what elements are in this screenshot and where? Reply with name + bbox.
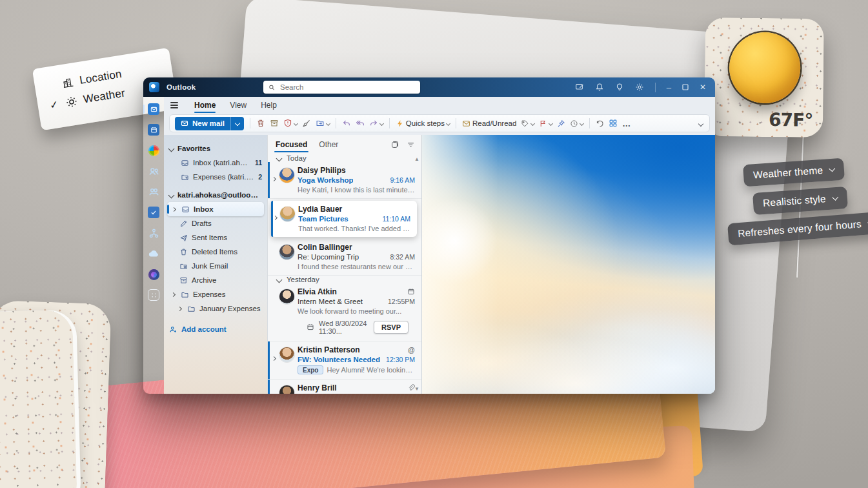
folder-inbox-selected[interactable]: Inbox [167,202,264,216]
rail-calendar-icon[interactable] [147,123,160,136]
favorite-label: Expenses (katri.ahoka... [193,173,254,181]
rail-people-icon[interactable] [147,165,160,178]
flag-icon[interactable] [539,119,552,128]
pin-icon[interactable] [557,119,565,128]
sweep-icon[interactable] [302,119,311,128]
subject: FW: Volunteers Needed [298,355,380,364]
scrollbar-up-arrow[interactable]: ▲ [414,156,419,162]
favorite-inbox[interactable]: Inbox (katri.ahokas@...11 [164,156,267,170]
more-options-button[interactable]: … [622,119,631,128]
send-icon [179,234,188,242]
folder-archive[interactable]: Archive [164,273,267,287]
sender-name: Daisy Philips [298,166,346,175]
search-icon [268,84,275,91]
folder-junk-email[interactable]: Junk Email [164,259,267,273]
check-icon: ✓ [47,97,61,112]
rail-more-apps-icon[interactable] [147,289,160,301]
sender-name: Kristin Patterson [298,345,360,354]
favorites-label: Favorites [177,145,210,152]
email-row[interactable]: Colin Ballinger Re: Upcoming Trip8:32 AM… [268,239,421,276]
tab-home[interactable]: Home [188,99,221,112]
tips-lightbulb-icon[interactable] [615,83,624,92]
folder-sent-items[interactable]: Sent Items [164,230,267,245]
categorize-tag-icon[interactable] [521,119,534,128]
rail-mail-icon[interactable] [147,103,160,116]
preview: We look forward to meeting our... [298,307,401,315]
rail-onedrive-icon[interactable] [147,247,160,260]
folder-label: Drafts [192,219,212,227]
undo-icon[interactable] [596,119,604,128]
expand-thread-icon[interactable] [274,212,277,221]
new-mail-button[interactable]: New mail [175,117,244,130]
minimize-button[interactable]: – [667,83,671,92]
folder-expenses[interactable]: Expenses [164,287,267,301]
chevron-down-icon [168,145,175,152]
report-icon[interactable] [283,119,298,128]
folder-deleted-items[interactable]: Deleted Items [164,245,267,259]
folder-label: Inbox [194,205,214,213]
folder-label: Sent Items [192,234,227,241]
collapse-ribbon-icon[interactable] [699,119,704,128]
expand-thread-icon[interactable] [272,174,276,183]
app-title: Outlook [167,83,196,91]
email-row[interactable]: Henry Brill Back Cover Idea12:55PM Hey K… [268,380,421,394]
maximize-button[interactable] [682,84,689,90]
add-account-button[interactable]: Add account [164,322,267,336]
ribbon-toolbar: New mail Quick steps Rea [169,114,710,132]
tab-help[interactable]: Help [255,99,283,112]
account-header[interactable]: katri.ahokas@outlook.... [164,188,267,202]
subject: Intern Meet & Greet [298,297,363,306]
reply-icon[interactable] [342,119,351,128]
divider [655,83,656,92]
avatar [279,289,294,304]
feedback-icon[interactable] [575,83,584,92]
city-icon [61,76,75,90]
envelope-icon [462,119,470,128]
move-to-icon[interactable] [316,119,330,128]
rail-todo-icon[interactable] [147,206,160,219]
search-box[interactable] [263,81,420,94]
attachment-paperclip-icon [407,384,415,392]
rail-groups-icon[interactable] [147,185,160,198]
group-header-yesterday[interactable]: Yesterday [268,276,421,283]
folder-contact-icon [181,173,189,181]
rsvp-button[interactable]: RSVP [374,321,409,334]
new-mail-dropdown[interactable] [230,117,244,130]
read-unread-button[interactable]: Read/Unread [462,119,516,128]
settings-gear-icon[interactable] [635,83,644,92]
notifications-bell-icon[interactable] [595,83,604,92]
rail-loop-icon[interactable] [147,268,160,281]
tab-other[interactable]: Other [318,137,339,152]
expand-thread-icon[interactable] [272,391,276,394]
unread-count: 11 [255,159,262,167]
filter-icon[interactable] [407,141,415,149]
favorites-header[interactable]: Favorites [164,141,267,156]
select-messages-icon[interactable] [390,141,399,149]
quick-steps-button[interactable]: Quick steps [396,119,450,128]
tab-focused[interactable]: Focused [274,137,308,152]
forward-icon[interactable] [369,119,383,128]
delete-icon[interactable] [256,119,265,128]
group-header-today[interactable]: Today [268,154,421,162]
preview: I found these restaurants new our hotel.… [298,263,415,270]
close-button[interactable]: ✕ [700,83,706,92]
rail-org-chart-icon[interactable] [147,227,160,239]
folder-january-expenses[interactable]: January Expenses [164,301,267,316]
hamburger-menu-icon[interactable] [170,102,178,108]
rail-office-apps-icon[interactable] [147,144,160,157]
sender-name: Lydia Bauer [298,205,342,214]
archive-icon[interactable] [270,119,279,128]
apps-grid-icon[interactable] [609,119,618,128]
expand-thread-icon[interactable] [272,353,276,362]
email-row[interactable]: Kristin Patterson@ FW: Volunteers Needed… [268,341,421,380]
email-row-selected[interactable]: Lydia Bauer Team Pictures11:10 AM That w… [271,201,417,237]
sun-icon [65,95,79,109]
favorite-expenses[interactable]: Expenses (katri.ahoka...2 [164,170,267,184]
email-row[interactable]: Daisy Philips Yoga Workshop9:16 AM Hey K… [268,162,421,199]
search-input[interactable] [279,83,415,92]
tab-view[interactable]: View [224,99,252,112]
folder-drafts[interactable]: Drafts [164,216,267,230]
snooze-clock-icon[interactable] [570,119,583,128]
reply-all-icon[interactable] [356,119,365,128]
email-row-meeting[interactable]: Elvia Atkin Intern Meet & Greet12:55PM W… [268,283,421,341]
